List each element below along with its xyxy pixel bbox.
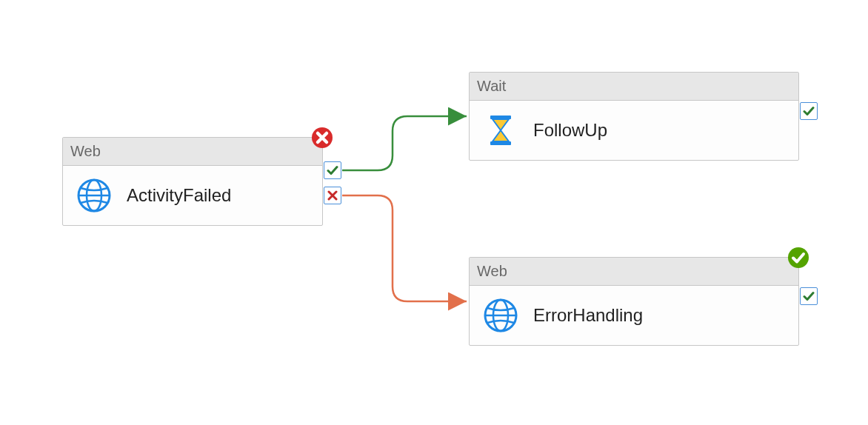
status-failed-icon [311,127,333,149]
output-port-success[interactable] [800,287,818,305]
node-header: Web [470,258,798,286]
output-port-success[interactable] [324,161,341,179]
output-port-success[interactable] [800,102,818,120]
globe-icon [483,298,518,333]
status-succeeded-icon [787,247,809,269]
connector-failure [342,195,467,301]
hourglass-icon [483,113,518,148]
globe-icon [76,178,112,213]
node-type-label: Wait [477,78,506,95]
output-port-failure[interactable] [324,187,341,204]
node-header: Wait [470,73,798,101]
node-type-label: Web [477,263,507,280]
pipeline-canvas[interactable]: Web ActivityFailed [0,0,868,425]
node-follow-up[interactable]: Wait FollowUp [469,72,799,161]
node-header: Web [63,138,322,166]
connector-success [342,116,467,170]
x-icon [327,190,338,201]
node-body: FollowUp [470,101,798,160]
node-type-label: Web [70,143,101,160]
node-title: FollowUp [533,120,607,141]
node-title: ActivityFailed [127,185,231,206]
check-icon [803,105,815,117]
check-icon [803,290,815,302]
check-icon [327,164,338,176]
node-error-handling[interactable]: Web ErrorHandling [469,257,799,346]
node-activity-failed[interactable]: Web ActivityFailed [62,137,323,226]
svg-point-6 [788,247,809,268]
node-body: ActivityFailed [63,166,322,225]
node-body: ErrorHandling [470,286,798,345]
node-title: ErrorHandling [533,305,643,326]
